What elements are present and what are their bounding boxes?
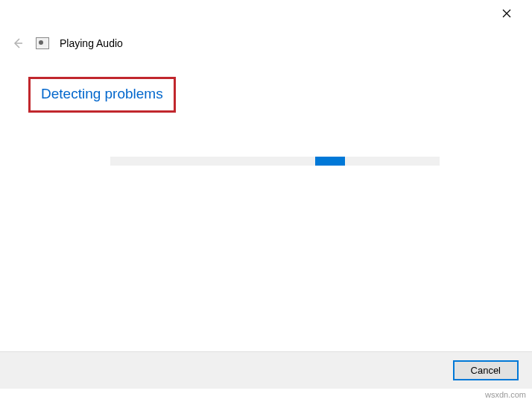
progress-fill: [315, 157, 345, 166]
back-button: [10, 36, 25, 51]
header: Playing Audio: [10, 36, 123, 51]
watermark: wsxdn.com: [485, 390, 526, 399]
window-title: Playing Audio: [60, 37, 123, 49]
titlebar: [492, 0, 532, 27]
status-heading: Detecting problems: [41, 86, 163, 101]
back-arrow-icon: [12, 37, 24, 49]
troubleshooter-icon: [36, 37, 49, 49]
cancel-button[interactable]: Cancel: [453, 360, 519, 380]
footer: Cancel: [0, 351, 532, 389]
close-icon: [502, 9, 511, 18]
progress-bar: [110, 157, 440, 166]
close-button[interactable]: [492, 2, 522, 25]
status-heading-highlight: Detecting problems: [28, 77, 176, 113]
